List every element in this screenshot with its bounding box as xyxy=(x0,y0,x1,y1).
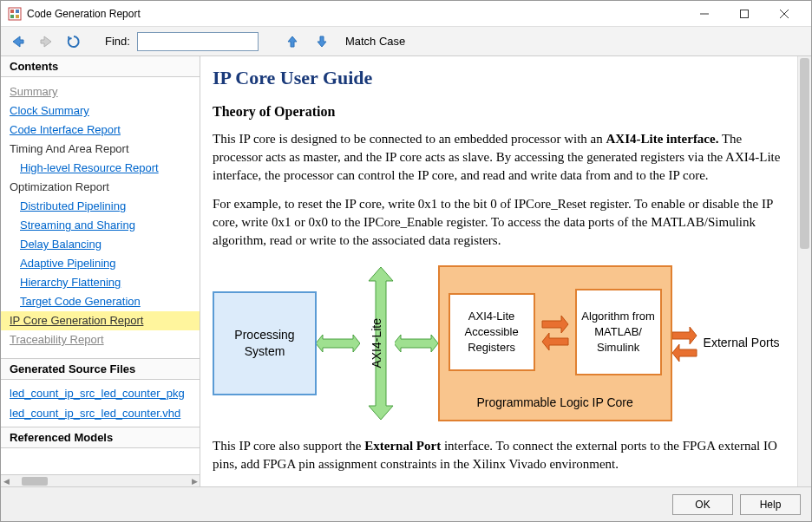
registers-box: AXI4-Lite Accessible Registers xyxy=(449,293,535,371)
find-input[interactable] xyxy=(137,32,259,51)
maximize-button[interactable] xyxy=(724,2,764,26)
axi-label: AXI4-Lite xyxy=(365,315,390,372)
close-button[interactable] xyxy=(764,2,804,26)
paragraph-2: For example, to reset the IP core, write… xyxy=(213,195,794,250)
processing-system-box: Processing System xyxy=(213,291,317,395)
contents-item[interactable]: Distributed Pipelining xyxy=(1,197,200,216)
contents-item[interactable]: Summary xyxy=(1,82,200,101)
scroll-thumb[interactable] xyxy=(22,477,48,486)
contents-item[interactable]: Clock Summary xyxy=(1,101,200,121)
match-case-label[interactable]: Match Case xyxy=(345,35,405,48)
contents-item[interactable]: Delay Balancing xyxy=(1,235,200,254)
ip-core-box: AXI4-Lite Accessible Registers Algorithm… xyxy=(438,265,672,421)
contents-item: Timing And Area Report xyxy=(1,140,200,159)
file-item[interactable]: led_count_ip_src_led_counter.vhd xyxy=(1,403,200,423)
contents-item[interactable]: Streaming and Sharing xyxy=(1,216,200,235)
contents-header: Contents xyxy=(1,56,200,77)
refresh-button[interactable] xyxy=(63,31,84,52)
contents-item[interactable]: IP Core Generation Report xyxy=(1,311,200,330)
architecture-diagram: Processing System AXI4-Lite A xyxy=(213,265,794,421)
find-next-button[interactable] xyxy=(312,32,331,51)
files-panel: led_count_ip_src_led_counter_pkgled_coun… xyxy=(1,380,200,427)
contents-item[interactable]: High-level Resource Report xyxy=(1,159,200,178)
svg-rect-4 xyxy=(16,15,19,18)
toolbar: Find: Match Case xyxy=(1,27,811,56)
file-item[interactable]: led_count_ip_src_led_counter_pkg xyxy=(1,383,200,403)
footer: OK Help xyxy=(1,486,811,521)
svg-rect-2 xyxy=(16,10,19,13)
window-controls xyxy=(684,2,804,26)
contents-item[interactable]: Hierarchy Flattening xyxy=(1,273,200,292)
back-button[interactable] xyxy=(8,31,29,52)
help-button[interactable]: Help xyxy=(740,494,801,515)
contents-item[interactable]: Traceability Report xyxy=(1,330,200,349)
contents-item[interactable]: Code Interface Report xyxy=(1,121,200,140)
section-heading: Theory of Operation xyxy=(213,102,794,121)
main-scroll-thumb[interactable] xyxy=(800,58,809,249)
titlebar: Code Generation Report xyxy=(1,1,811,27)
algorithm-box: Algorithm from MATLAB/ Simulink xyxy=(575,289,662,375)
contents-item[interactable]: Target Code Generation xyxy=(1,292,200,311)
external-ports-label: External Ports xyxy=(704,335,780,352)
arrows-reg-algo xyxy=(540,310,570,354)
window-title: Code Generation Report xyxy=(27,8,684,20)
find-prev-button[interactable] xyxy=(283,32,302,51)
contents-panel: SummaryClock SummaryCode Interface Repor… xyxy=(1,77,200,358)
contents-item[interactable]: Adaptive Pipelining xyxy=(1,254,200,273)
arrows-ip-ext xyxy=(672,322,698,365)
arrow-proc-to-axi xyxy=(317,330,360,356)
scroll-right-icon[interactable]: ▶ xyxy=(189,477,200,486)
sidebar-hscroll[interactable]: ◀ ▶ xyxy=(1,474,200,486)
main-content-area: IP Core User Guide Theory of Operation T… xyxy=(200,56,811,486)
models-panel xyxy=(1,448,200,474)
body: Contents SummaryClock SummaryCode Interf… xyxy=(1,56,811,486)
find-label: Find: xyxy=(105,35,130,48)
sidebar: Contents SummaryClock SummaryCode Interf… xyxy=(1,56,200,486)
forward-button[interactable] xyxy=(36,31,56,52)
arrow-axi-to-ip xyxy=(395,330,438,356)
minimize-button[interactable] xyxy=(684,2,724,26)
svg-rect-1 xyxy=(10,10,14,13)
paragraph-3: This IP core also support the External P… xyxy=(213,437,794,473)
ok-button[interactable]: OK xyxy=(672,494,733,515)
app-icon xyxy=(8,7,22,21)
svg-rect-3 xyxy=(10,15,14,18)
scroll-left-icon[interactable]: ◀ xyxy=(1,477,11,486)
models-header: Referenced Models xyxy=(1,427,200,448)
page-title: IP Core User Guide xyxy=(213,65,794,92)
main-vscroll[interactable] xyxy=(797,56,811,486)
contents-item: Optimization Report xyxy=(1,178,200,197)
paragraph-1: This IP core is designed to be connected… xyxy=(213,130,794,185)
svg-rect-6 xyxy=(741,10,749,17)
ip-core-caption: Programmable Logic IP Core xyxy=(449,389,662,412)
files-header: Generated Source Files xyxy=(1,358,200,380)
